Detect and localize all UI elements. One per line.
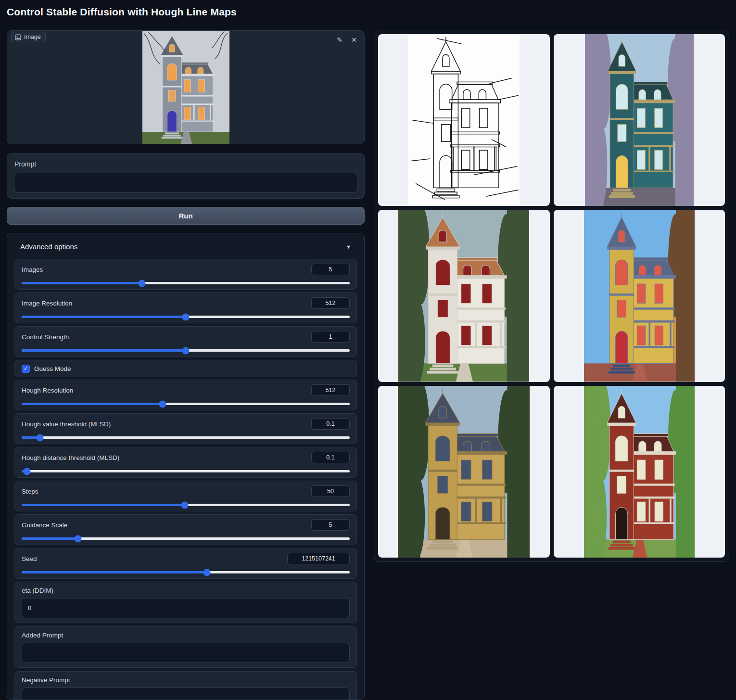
gallery-item-result-5[interactable] xyxy=(554,386,725,558)
slider-thumb[interactable] xyxy=(74,535,81,542)
slider-value-input[interactable]: 1 xyxy=(311,331,350,343)
slider-hough-distance-threshold: Hough distance threshold (MLSD) 0.1 xyxy=(14,447,357,478)
input-image[interactable] xyxy=(142,31,229,144)
generated-image xyxy=(584,386,695,558)
slider-track[interactable] xyxy=(22,316,350,318)
guess-mode-row: ✓ Guess Mode xyxy=(14,360,357,377)
slider-steps: Steps 50 xyxy=(14,481,357,511)
edit-image-button[interactable]: ✎ xyxy=(334,35,345,45)
page-title: Control Stable Diffusion with Hough Line… xyxy=(7,6,237,18)
eta-label: eta (DDIM) xyxy=(22,587,350,594)
slider-label: Images xyxy=(22,266,43,273)
slider-track[interactable] xyxy=(22,470,350,472)
slider-images: Images 5 xyxy=(14,259,357,290)
slider-track[interactable] xyxy=(22,349,350,352)
gallery-item-hough-map[interactable] xyxy=(378,34,550,206)
clear-image-button[interactable]: ✕ xyxy=(349,35,359,45)
slider-label: Hough Resolution xyxy=(22,387,73,394)
added-prompt-field: Added Prompt xyxy=(14,626,357,668)
slider-thumb[interactable] xyxy=(23,468,30,475)
advanced-options-title: Advanced options xyxy=(20,242,77,251)
hough-map-image xyxy=(408,34,520,206)
slider-value-input[interactable]: 5 xyxy=(311,264,350,275)
slider-seed: Seed 1215107241 xyxy=(14,548,357,579)
slider-label: Steps xyxy=(22,488,38,495)
slider-track[interactable] xyxy=(22,537,350,540)
image-icon xyxy=(15,34,21,40)
caret-down-icon: ▼ xyxy=(346,244,351,250)
eta-input[interactable]: 0 xyxy=(22,598,350,618)
image-label: Image xyxy=(24,34,41,40)
generated-image xyxy=(398,386,530,558)
slider-track[interactable] xyxy=(22,436,350,439)
negative-prompt-label: Negative Prompt xyxy=(22,676,350,684)
slider-value-input[interactable]: 1215107241 xyxy=(287,553,350,564)
prompt-input[interactable] xyxy=(14,173,357,193)
slider-control-strength: Control Strength 1 xyxy=(14,326,357,357)
added-prompt-label: Added Prompt xyxy=(22,632,350,639)
slider-thumb[interactable] xyxy=(182,347,190,354)
slider-track[interactable] xyxy=(22,403,350,405)
check-icon: ✓ xyxy=(24,366,28,372)
advanced-options-accordion: Advanced options ▼ Images 5 Image Resolu… xyxy=(7,233,365,700)
gallery-item-result-1[interactable] xyxy=(554,34,725,206)
slider-thumb[interactable] xyxy=(182,313,190,320)
image-label-badge: Image xyxy=(11,32,46,42)
added-prompt-input[interactable] xyxy=(22,643,350,663)
gallery-item-result-2[interactable] xyxy=(378,210,550,382)
slider-thumb[interactable] xyxy=(159,400,166,407)
slider-hough-resolution: Hough Resolution 512 xyxy=(14,380,357,410)
negative-prompt-input[interactable] xyxy=(22,687,350,700)
slider-value-input[interactable]: 50 xyxy=(311,485,350,497)
output-gallery xyxy=(374,30,729,562)
slider-label: Image Resolution xyxy=(22,300,72,307)
gallery-item-result-3[interactable] xyxy=(554,210,725,382)
guess-mode-label: Guess Mode xyxy=(34,365,71,372)
close-icon: ✕ xyxy=(351,36,357,44)
slider-guidance-scale: Guidance Scale 5 xyxy=(14,514,357,545)
generated-image xyxy=(398,210,529,382)
generated-image xyxy=(584,210,695,382)
advanced-options-header[interactable]: Advanced options ▼ xyxy=(14,233,357,259)
slider-label: Seed xyxy=(22,555,37,562)
slider-label: Guidance Scale xyxy=(22,522,67,529)
prompt-label: Prompt xyxy=(14,160,36,168)
slider-thumb[interactable] xyxy=(139,280,146,287)
slider-track[interactable] xyxy=(22,504,350,506)
slider-value-input[interactable]: 512 xyxy=(311,297,350,309)
slider-value-input[interactable]: 512 xyxy=(311,384,350,396)
slider-value-input[interactable]: 0.1 xyxy=(311,418,350,430)
slider-hough-value-threshold: Hough value threshold (MLSD) 0.1 xyxy=(14,413,357,444)
slider-value-input[interactable]: 0.1 xyxy=(311,452,350,463)
slider-thumb[interactable] xyxy=(181,501,188,509)
slider-track[interactable] xyxy=(22,571,350,573)
slider-label: Hough value threshold (MLSD) xyxy=(22,420,111,428)
pencil-icon: ✎ xyxy=(337,36,343,44)
prompt-panel: Prompt xyxy=(7,153,365,199)
slider-thumb[interactable] xyxy=(36,434,43,441)
slider-label: Hough distance threshold (MLSD) xyxy=(22,454,119,461)
gallery-item-result-4[interactable] xyxy=(378,386,550,558)
input-image-panel: Image ✎ ✕ xyxy=(7,30,365,144)
slider-image-resolution: Image Resolution 512 xyxy=(14,293,357,323)
run-button[interactable]: Run xyxy=(7,207,365,225)
slider-value-input[interactable]: 5 xyxy=(311,519,350,531)
slider-thumb[interactable] xyxy=(203,569,211,576)
slider-label: Control Strength xyxy=(22,333,69,341)
slider-track[interactable] xyxy=(22,282,350,284)
guess-mode-checkbox[interactable]: ✓ xyxy=(22,365,30,373)
eta-field: eta (DDIM) 0 xyxy=(14,582,357,623)
negative-prompt-field: Negative Prompt xyxy=(14,671,357,700)
generated-image xyxy=(585,34,694,206)
